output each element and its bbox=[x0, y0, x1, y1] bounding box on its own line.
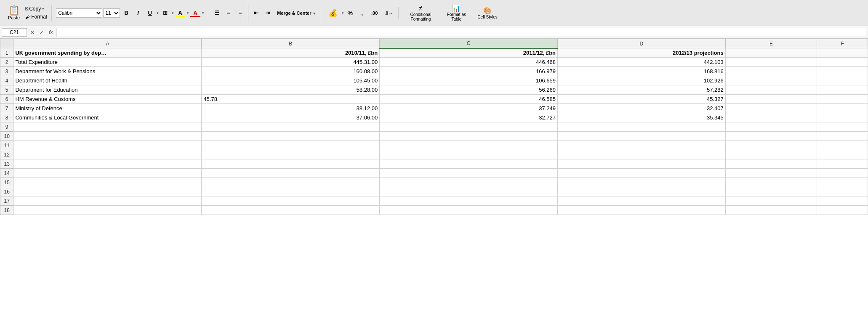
currency-button[interactable]: 💰 bbox=[325, 7, 341, 19]
cell-F3[interactable] bbox=[817, 67, 868, 76]
row-header-13[interactable]: 13 bbox=[0, 159, 13, 169]
font-family-select[interactable]: Calibri bbox=[56, 8, 102, 18]
percent-button[interactable]: % bbox=[345, 8, 356, 18]
cell-D1[interactable]: 2012/13 projections bbox=[558, 48, 726, 58]
formula-input[interactable] bbox=[56, 28, 866, 37]
cell-C13[interactable] bbox=[380, 159, 558, 169]
cell-C3[interactable]: 166.979 bbox=[380, 67, 558, 76]
row-header-15[interactable]: 15 bbox=[0, 178, 13, 187]
cell-F12[interactable] bbox=[817, 150, 868, 159]
cell-D13[interactable] bbox=[558, 159, 726, 169]
row-header-11[interactable]: 11 bbox=[0, 141, 13, 150]
cell-E5[interactable] bbox=[725, 85, 817, 95]
row-header-16[interactable]: 16 bbox=[0, 187, 13, 196]
row-header-6[interactable]: 6 bbox=[0, 95, 13, 104]
cell-E7[interactable] bbox=[725, 104, 817, 113]
cell-A2[interactable]: Total Expenditure bbox=[13, 58, 202, 67]
underline-button[interactable]: U bbox=[144, 8, 155, 18]
italic-button[interactable]: I bbox=[133, 8, 144, 18]
cell-F5[interactable] bbox=[817, 85, 868, 95]
cell-C15[interactable] bbox=[380, 178, 558, 187]
cell-D3[interactable]: 168.816 bbox=[558, 67, 726, 76]
cell-F8[interactable] bbox=[817, 113, 868, 122]
dec-decrease-button[interactable]: .00 bbox=[368, 9, 381, 17]
cell-C9[interactable] bbox=[380, 122, 558, 132]
cell-C5[interactable]: 56.269 bbox=[380, 85, 558, 95]
cell-C4[interactable]: 106.659 bbox=[380, 76, 558, 85]
cell-D7[interactable]: 32.407 bbox=[558, 104, 726, 113]
row-header-3[interactable]: 3 bbox=[0, 67, 13, 76]
align-right-button[interactable]: ≡ bbox=[235, 8, 246, 18]
cell-E11[interactable] bbox=[725, 141, 817, 150]
cell-F9[interactable] bbox=[817, 122, 868, 132]
cell-B16[interactable] bbox=[202, 187, 380, 196]
col-header-E[interactable]: E bbox=[725, 39, 817, 48]
cell-E12[interactable] bbox=[725, 150, 817, 159]
spreadsheet-container[interactable]: A B C D E F 1UK government spending by d… bbox=[0, 39, 868, 334]
font-size-select[interactable]: 11 bbox=[103, 8, 120, 18]
row-header-5[interactable]: 5 bbox=[0, 85, 13, 95]
cell-E4[interactable] bbox=[725, 76, 817, 85]
borders-button[interactable]: ⊞ bbox=[160, 8, 170, 18]
cell-D10[interactable] bbox=[558, 132, 726, 141]
cell-C6[interactable]: 46.585 bbox=[380, 95, 558, 104]
cell-E15[interactable] bbox=[725, 178, 817, 187]
merge-center-button[interactable]: Merge & Center ▾ bbox=[274, 9, 318, 17]
cell-D5[interactable]: 57.282 bbox=[558, 85, 726, 95]
cell-E10[interactable] bbox=[725, 132, 817, 141]
cell-F14[interactable] bbox=[817, 169, 868, 178]
row-header-2[interactable]: 2 bbox=[0, 58, 13, 67]
cell-A14[interactable] bbox=[13, 169, 202, 178]
row-header-9[interactable]: 9 bbox=[0, 122, 13, 132]
cancel-formula-icon[interactable]: ✕ bbox=[29, 29, 36, 36]
cell-E14[interactable] bbox=[725, 169, 817, 178]
cell-E17[interactable] bbox=[725, 196, 817, 206]
cell-A3[interactable]: Department for Work & Pensions bbox=[13, 67, 202, 76]
cell-F6[interactable] bbox=[817, 95, 868, 104]
row-header-18[interactable]: 18 bbox=[0, 206, 13, 215]
font-color-button[interactable]: A bbox=[190, 8, 201, 18]
cell-B10[interactable] bbox=[202, 132, 380, 141]
cell-F16[interactable] bbox=[817, 187, 868, 196]
cell-D15[interactable] bbox=[558, 178, 726, 187]
cell-reference-input[interactable] bbox=[2, 28, 27, 37]
cell-D14[interactable] bbox=[558, 169, 726, 178]
cell-B11[interactable] bbox=[202, 141, 380, 150]
col-header-A[interactable]: A bbox=[13, 39, 202, 48]
cell-E2[interactable] bbox=[725, 58, 817, 67]
cell-A13[interactable] bbox=[13, 159, 202, 169]
cell-F15[interactable] bbox=[817, 178, 868, 187]
cell-B8[interactable]: 37.06.00 bbox=[202, 113, 380, 122]
paste-button[interactable]: 📋 Paste bbox=[5, 5, 23, 21]
align-center-button[interactable]: ≡ bbox=[223, 8, 234, 18]
row-header-14[interactable]: 14 bbox=[0, 169, 13, 178]
cell-A5[interactable]: Department for Education bbox=[13, 85, 202, 95]
format-as-table-button[interactable]: 📊 Format as Table bbox=[441, 3, 472, 23]
cell-F18[interactable] bbox=[817, 206, 868, 215]
cell-C2[interactable]: 446.468 bbox=[380, 58, 558, 67]
cell-D18[interactable] bbox=[558, 206, 726, 215]
cell-F1[interactable] bbox=[817, 48, 868, 58]
row-header-4[interactable]: 4 bbox=[0, 76, 13, 85]
cell-D6[interactable]: 45.327 bbox=[558, 95, 726, 104]
cell-A4[interactable]: Department of Health bbox=[13, 76, 202, 85]
row-header-7[interactable]: 7 bbox=[0, 104, 13, 113]
cell-C11[interactable] bbox=[380, 141, 558, 150]
row-header-12[interactable]: 12 bbox=[0, 150, 13, 159]
cell-A18[interactable] bbox=[13, 206, 202, 215]
cell-E18[interactable] bbox=[725, 206, 817, 215]
cell-C8[interactable]: 32.727 bbox=[380, 113, 558, 122]
cell-D4[interactable]: 102.926 bbox=[558, 76, 726, 85]
cell-F4[interactable] bbox=[817, 76, 868, 85]
cell-A9[interactable] bbox=[13, 122, 202, 132]
cell-E3[interactable] bbox=[725, 67, 817, 76]
cell-A17[interactable] bbox=[13, 196, 202, 206]
cell-B13[interactable] bbox=[202, 159, 380, 169]
cell-A8[interactable]: Communities & Local Government bbox=[13, 113, 202, 122]
copy-button[interactable]: ⎘ Copy ▾ bbox=[24, 5, 49, 13]
cell-B7[interactable]: 38.12.00 bbox=[202, 104, 380, 113]
cell-C17[interactable] bbox=[380, 196, 558, 206]
cell-A12[interactable] bbox=[13, 150, 202, 159]
cell-F7[interactable] bbox=[817, 104, 868, 113]
cell-D8[interactable]: 35.345 bbox=[558, 113, 726, 122]
